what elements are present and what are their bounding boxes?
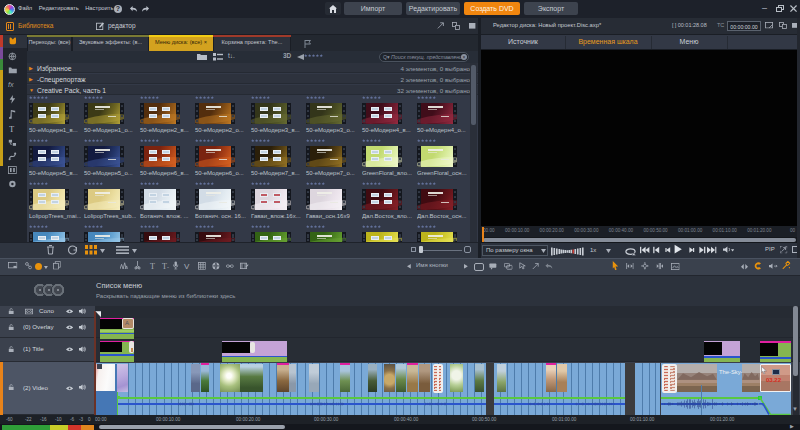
svg-text:fx: fx — [8, 81, 14, 89]
svg-text:T: T — [9, 125, 14, 134]
